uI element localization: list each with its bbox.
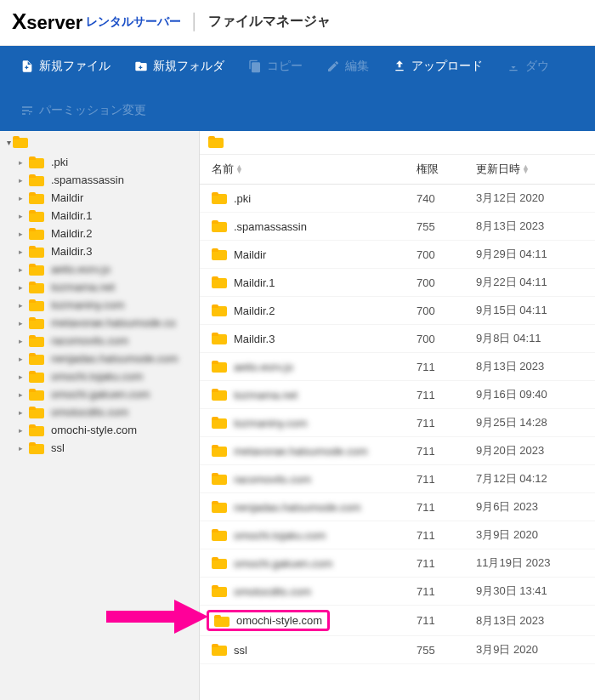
file-plus-icon xyxy=(20,60,34,73)
sidebar-item-label: tozmaniny.com xyxy=(51,299,124,311)
new-file-label: 新規ファイル xyxy=(39,59,110,74)
file-perm: 711 xyxy=(416,585,476,598)
file-date: 9月30日 13:41 xyxy=(476,583,586,599)
sidebar-item-label: aeito.eorv.jo xyxy=(51,263,110,276)
table-row[interactable]: nenjadao.hatsumode.com7119月6日 2023 xyxy=(200,493,595,521)
folder-icon xyxy=(29,299,44,311)
sidebar-item[interactable]: ▸omochi-style.com xyxy=(0,421,199,439)
upload-button[interactable]: アップロード xyxy=(381,47,495,86)
folder-icon xyxy=(212,473,227,485)
table-row[interactable]: Maildir.27009月15日 04:11 xyxy=(200,297,595,325)
header-divider: │ xyxy=(190,13,199,31)
sidebar-item[interactable]: ▸.spamassassin xyxy=(0,171,199,189)
folder-icon xyxy=(212,389,227,401)
folder-icon xyxy=(212,192,227,204)
caret-right-icon: ▸ xyxy=(19,408,26,417)
caret-right-icon: ▸ xyxy=(19,194,26,202)
header-sub2: ファイルマネージャ xyxy=(208,13,331,31)
folder-icon xyxy=(29,282,44,293)
sidebar-item[interactable]: ▸Maildir.2 xyxy=(0,225,199,242)
file-name: omochi-style.com xyxy=(236,614,322,627)
table-row[interactable]: metavorae.hatsumode.com7119月20日 2023 xyxy=(200,437,595,465)
file-date: 8月13日 2023 xyxy=(476,613,586,629)
caret-right-icon: ▸ xyxy=(19,319,26,327)
permission-label: パーミッション変更 xyxy=(39,103,146,118)
upload-icon xyxy=(393,60,406,73)
file-date: 9月22日 04:11 xyxy=(476,275,586,290)
sidebar-item-label: Maildir xyxy=(51,191,83,204)
sidebar-item[interactable]: ▸.pki xyxy=(0,153,199,171)
folder-icon xyxy=(29,389,44,401)
folder-icon xyxy=(212,529,227,541)
file-perm: 755 xyxy=(416,220,476,233)
folder-icon xyxy=(29,317,44,329)
folder-icon xyxy=(29,424,44,436)
sidebar-item[interactable]: ▸Maildir xyxy=(0,189,199,207)
file-date: 11月19日 2023 xyxy=(476,555,586,571)
sidebar-item[interactable]: ▸aeito.eorv.jo xyxy=(0,260,199,278)
folder-icon xyxy=(212,585,227,597)
table-row[interactable]: Maildir7009月29日 04:11 xyxy=(200,241,595,269)
table-row[interactable]: omochi.gakuen.com71111月19日 2023 xyxy=(200,549,595,578)
file-perm: 700 xyxy=(416,248,476,261)
table-row[interactable]: omochi-style.com7118月13日 2023 xyxy=(200,606,595,636)
sidebar-item[interactable]: ▸metavorae.hatsumode.co xyxy=(0,314,199,332)
sidebar-item-label: omochi-style.com xyxy=(51,424,137,436)
sidebar-item[interactable]: ▸omotocdits.com xyxy=(0,403,199,421)
sidebar-item[interactable]: ▸tozmama.net xyxy=(0,278,199,296)
folder-icon xyxy=(212,361,227,373)
header-sub1: レンタルサーバー xyxy=(86,14,181,30)
file-name: ssl xyxy=(234,644,247,657)
new-folder-label: 新規フォルダ xyxy=(153,59,224,74)
file-date: 3月9日 2020 xyxy=(476,642,586,657)
file-date: 9月16日 09:40 xyxy=(476,387,586,402)
sidebar-item-label: .pki xyxy=(51,156,68,168)
toolbar: 新規ファイル 新規フォルダ コピー 編集 アップロード ダウ パーミッション変更 xyxy=(0,46,595,131)
file-perm: 755 xyxy=(416,644,476,657)
caret-right-icon: ▸ xyxy=(19,158,26,167)
sidebar-item[interactable]: ▸Maildir.1 xyxy=(0,207,199,225)
table-row[interactable]: omotocdits.com7119月30日 13:41 xyxy=(200,578,595,606)
table-row[interactable]: .spamassassin7558月13日 2023 xyxy=(200,213,595,241)
sidebar-item[interactable]: ▸omochi.gakuen.com xyxy=(0,385,199,403)
column-date[interactable]: 更新日時▲▼ xyxy=(476,162,586,177)
edit-label: 編集 xyxy=(345,59,369,74)
sidebar-item[interactable]: ▸racomovits.com xyxy=(0,332,199,350)
file-name: racomovits.com xyxy=(234,473,311,486)
sidebar-item-label: omotocdits.com xyxy=(51,406,128,418)
sidebar-item[interactable]: ▸tozmaniny.com xyxy=(0,296,199,314)
table-row[interactable]: Maildir.37009月8日 04:11 xyxy=(200,325,595,353)
sidebar-item[interactable]: ▸omochi.tojaku.com xyxy=(0,367,199,385)
table-row[interactable]: tozmama.net7119月16日 09:40 xyxy=(200,381,595,409)
table-row[interactable]: tozmaniny.com7119月25日 14:28 xyxy=(200,409,595,437)
breadcrumb[interactable] xyxy=(200,131,595,155)
file-date: 7月12日 04:12 xyxy=(476,471,586,487)
table-row[interactable]: racomovits.com7117月12日 04:12 xyxy=(200,465,595,493)
download-button: ダウ xyxy=(495,47,561,86)
file-name: tozmama.net xyxy=(234,389,298,401)
new-folder-button[interactable]: 新規フォルダ xyxy=(122,47,236,86)
sidebar-item[interactable]: ▸nenjadao.hatsumode.com xyxy=(0,350,199,367)
column-perm[interactable]: 権限 xyxy=(416,162,476,177)
tree-root[interactable]: ▾ xyxy=(0,131,199,153)
sort-icon: ▲▼ xyxy=(235,165,243,174)
sidebar-item[interactable]: ▸ssl xyxy=(0,439,199,457)
table-row[interactable]: omochi.tojaku.com7113月9日 2020 xyxy=(200,521,595,549)
pencil-icon xyxy=(326,60,340,73)
file-perm: 711 xyxy=(416,417,476,430)
folder-icon xyxy=(29,335,44,347)
sidebar-item[interactable]: ▸Maildir.3 xyxy=(0,242,199,260)
column-name[interactable]: 名前▲▼ xyxy=(212,162,416,177)
table-row[interactable]: aeito.eorv.jo7118月13日 2023 xyxy=(200,353,595,381)
caret-right-icon: ▸ xyxy=(19,390,26,399)
file-name: aeito.eorv.jo xyxy=(234,361,293,373)
copy-icon xyxy=(248,60,262,73)
table-row[interactable]: .pki7403月12日 2020 xyxy=(200,185,595,213)
sidebar: ▾ ▸.pki▸.spamassassin▸Maildir▸Maildir.1▸… xyxy=(0,131,200,700)
file-perm: 711 xyxy=(416,445,476,458)
new-file-button[interactable]: 新規ファイル xyxy=(8,47,122,86)
table-row[interactable]: ssl7553月9日 2020 xyxy=(200,636,595,664)
caret-down-icon: ▾ xyxy=(7,138,11,147)
table-row[interactable]: Maildir.17009月22日 04:11 xyxy=(200,269,595,297)
sidebar-item-label: ssl xyxy=(51,441,65,454)
